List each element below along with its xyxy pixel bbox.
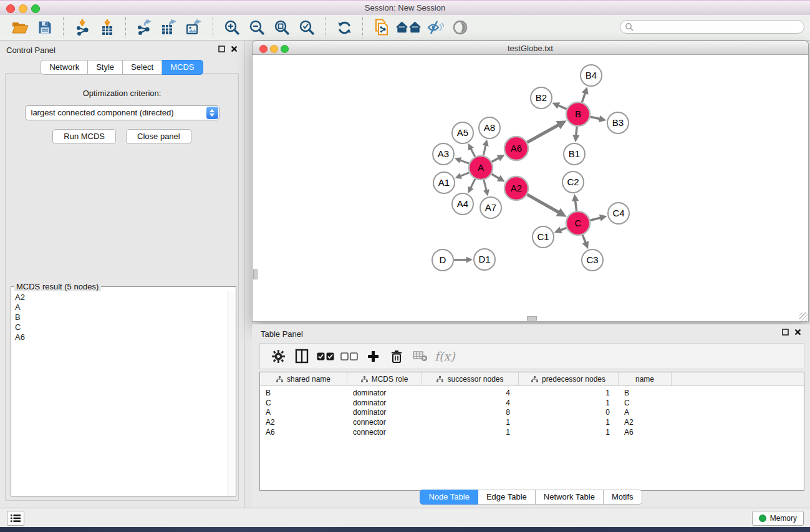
table-row[interactable]: Adominator80A xyxy=(260,408,804,418)
column-header-successor-nodes[interactable]: successor nodes xyxy=(422,372,519,385)
float-panel-icon[interactable] xyxy=(218,46,225,52)
delete-column-icon[interactable] xyxy=(385,347,408,365)
table-row[interactable]: Bdominator41B xyxy=(260,388,804,398)
graph-edge-B-B1[interactable] xyxy=(572,127,579,142)
tab-select[interactable]: Select xyxy=(123,60,162,75)
table-settings-icon[interactable] xyxy=(266,347,290,365)
graph-edge-A-A1[interactable] xyxy=(455,173,470,179)
canvas-vertical-scroll-thumb[interactable] xyxy=(253,269,258,279)
graph-node-B1[interactable]: B1 xyxy=(564,143,585,165)
graph-node-D1[interactable]: D1 xyxy=(474,249,495,270)
show-all-icon[interactable] xyxy=(448,17,473,37)
first-neighbors-icon[interactable] xyxy=(394,17,423,37)
graph-node-A6[interactable]: A6 xyxy=(504,137,528,160)
result-item-a2[interactable]: A2 xyxy=(12,293,228,302)
show-columns-icon[interactable] xyxy=(290,347,314,365)
table-row[interactable]: A2connector11A2 xyxy=(260,417,804,427)
result-scrollbar[interactable] xyxy=(228,291,236,496)
import-network-icon[interactable] xyxy=(70,17,95,37)
export-image-icon[interactable] xyxy=(182,17,207,37)
search-field[interactable] xyxy=(620,20,804,34)
tab-edge-table[interactable]: Edge Table xyxy=(478,490,536,505)
graph-node-A[interactable]: A xyxy=(469,156,493,180)
tab-network-table[interactable]: Network Table xyxy=(536,490,604,505)
graph-edge-B-B2[interactable] xyxy=(552,102,566,109)
tab-mcds[interactable]: MCDS xyxy=(162,60,203,75)
table-row[interactable]: Cdominator41C xyxy=(260,398,804,408)
result-item-b[interactable]: B xyxy=(12,312,228,322)
tab-motifs[interactable]: Motifs xyxy=(604,490,642,505)
network-canvas[interactable]: B4B2BB3A5A8A6B1A3AA1C2A2A4A7C4CC1C3DD1 xyxy=(252,55,809,322)
add-column-icon[interactable] xyxy=(361,347,385,365)
graph-node-A1[interactable]: A1 xyxy=(433,172,455,193)
graph-node-C2[interactable]: C2 xyxy=(562,172,584,193)
graph-edge-B-B4[interactable] xyxy=(582,87,589,102)
memory-button[interactable]: Memory xyxy=(752,511,804,526)
column-header-name[interactable]: name xyxy=(619,372,672,385)
network-window-titlebar[interactable]: testGlobe.txt xyxy=(252,41,809,55)
graph-edge-A-A3[interactable] xyxy=(455,157,469,163)
result-item-c[interactable]: C xyxy=(12,322,228,332)
zoom-selected-icon[interactable] xyxy=(294,17,319,37)
graph-node-A3[interactable]: A3 xyxy=(433,143,454,165)
graph-node-D[interactable]: D xyxy=(432,249,453,271)
tab-style[interactable]: Style xyxy=(88,60,123,75)
hide-selected-icon[interactable] xyxy=(423,17,448,37)
graph-node-B4[interactable]: B4 xyxy=(581,65,602,86)
graph-edge-A-A6[interactable] xyxy=(492,155,505,162)
window-resize-grip[interactable] xyxy=(799,312,808,321)
task-history-button[interactable] xyxy=(7,511,24,526)
graph-edge-D-D1[interactable] xyxy=(454,256,473,263)
graph-node-C[interactable]: C xyxy=(566,211,590,235)
graph-edge-C-C4[interactable] xyxy=(590,215,607,221)
search-input[interactable] xyxy=(636,22,804,32)
graph-edge-A2-C[interactable] xyxy=(527,195,566,217)
float-table-panel-icon[interactable] xyxy=(782,329,789,336)
close-table-panel-icon[interactable] xyxy=(794,329,801,336)
criterion-dropdown[interactable]: largest connected component (directed) xyxy=(25,105,219,120)
save-session-icon[interactable] xyxy=(32,17,57,37)
tab-network[interactable]: Network xyxy=(41,60,88,75)
graph-node-C4[interactable]: C4 xyxy=(608,203,629,224)
graph-edge-A-A7[interactable] xyxy=(483,180,489,196)
deselect-all-icon[interactable] xyxy=(337,347,361,365)
mcds-result-list[interactable]: A2ABCA6 xyxy=(12,293,228,495)
function-builder-icon[interactable]: f(x) xyxy=(435,349,455,363)
refresh-icon[interactable] xyxy=(332,17,357,37)
graph-edge-B-B3[interactable] xyxy=(591,115,607,122)
graph-node-A7[interactable]: A7 xyxy=(480,197,501,218)
run-mcds-button[interactable]: Run MCDS xyxy=(52,129,116,144)
graph-edge-C-C1[interactable] xyxy=(554,227,567,233)
graph-node-A2[interactable]: A2 xyxy=(504,177,528,200)
column-header-shared-name[interactable]: shared name xyxy=(260,372,347,385)
table-row[interactable]: A6connector11A6 xyxy=(260,427,804,437)
select-all-icon[interactable] xyxy=(314,347,337,365)
graph-edge-A-A8[interactable] xyxy=(483,140,489,156)
column-header-MCDS-role[interactable]: MCDS role xyxy=(347,372,422,385)
graph-edge-A-A2[interactable] xyxy=(491,174,505,181)
graph-edge-A-A5[interactable] xyxy=(468,143,475,157)
table-body[interactable]: Bdominator41BCdominator41CAdominator80AA… xyxy=(260,386,804,437)
graph-node-A5[interactable]: A5 xyxy=(452,122,473,143)
graph-node-B2[interactable]: B2 xyxy=(531,87,552,109)
import-table-icon[interactable] xyxy=(95,17,120,37)
tab-node-table[interactable]: Node Table xyxy=(420,490,478,505)
delete-table-icon[interactable] xyxy=(408,347,432,365)
graph-edge-A6-B[interactable] xyxy=(527,120,566,142)
graph-edge-A-A4[interactable] xyxy=(468,179,475,193)
export-table-icon[interactable] xyxy=(157,17,182,37)
graph-node-C1[interactable]: C1 xyxy=(533,226,554,248)
close-panel-button[interactable]: Close panel xyxy=(126,129,191,144)
graph-node-A8[interactable]: A8 xyxy=(479,117,500,138)
zoom-out-icon[interactable] xyxy=(244,17,269,37)
zoom-fit-icon[interactable] xyxy=(269,17,294,37)
zoom-in-icon[interactable] xyxy=(219,17,244,37)
export-network-icon[interactable] xyxy=(132,17,157,37)
graph-node-B3[interactable]: B3 xyxy=(607,112,629,133)
open-file-icon[interactable] xyxy=(7,17,32,37)
node-table[interactable]: shared nameMCDS rolesuccessor nodesprede… xyxy=(259,372,804,491)
graph-node-C3[interactable]: C3 xyxy=(582,249,603,271)
graph-node-B[interactable]: B xyxy=(566,102,590,126)
graph-edge-C-C3[interactable] xyxy=(582,235,589,249)
graph-edge-C-C2[interactable] xyxy=(572,194,579,211)
